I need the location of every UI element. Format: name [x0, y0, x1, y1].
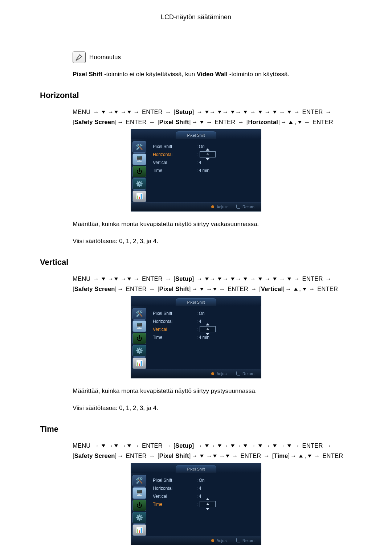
osd-icon-4: ⚙️ [132, 178, 146, 190]
osd-label: Vertical [153, 492, 196, 500]
osd-footer-label: Adjust [216, 205, 228, 209]
osd-row-pixelshift: Pixel Shift : On [153, 309, 256, 317]
nav-setup: Setup [175, 442, 192, 449]
osd-value: 4 [207, 502, 209, 506]
osd-footer-adjust: Adjust [211, 372, 228, 376]
osd-footer-return: Return [236, 372, 254, 376]
osd-footer-return: Return [236, 205, 254, 209]
osd-screenshot-vertical: Pixel Shift 🛠️ 🖥️ ⏻ ⚙️ 📊 Pixel Shift : O… [131, 296, 261, 378]
nav-enter: ENTER [228, 286, 248, 292]
osd-icon-4: ⚙️ [132, 512, 146, 524]
osd-value: 4 [207, 327, 209, 331]
note-suffix: -toiminto on käytössä. [228, 71, 289, 78]
osd-side-icons: 🛠️ 🖥️ ⏻ ⚙️ 📊 [131, 139, 148, 202]
nav-enter: ENTER [215, 119, 235, 125]
osd-label: Time [153, 500, 196, 508]
osd-footer-label: Adjust [216, 538, 228, 543]
nav-enter: ENTER [302, 275, 323, 282]
osd-footer-adjust: Adjust [211, 538, 228, 543]
nav-menu: MENU [73, 108, 90, 115]
nav-enter: ENTER [142, 442, 163, 449]
osd-value-box[interactable]: 4 [200, 326, 216, 332]
nav-enter: ENTER [142, 108, 163, 115]
horizontal-desc-1: Määrittää, kuinka monta kuvapistettä näy… [73, 219, 352, 229]
osd-value: : 4 [196, 317, 201, 325]
osd-icon-2: 🖥️ [132, 320, 146, 332]
osd-icon-2: 🖥️ [132, 487, 146, 499]
osd-value: : On [196, 309, 205, 317]
osd-footer-label: Return [242, 372, 254, 376]
vertical-desc-2: Viisi säätötasoa: 0, 1, 2, 3, ja 4. [73, 403, 352, 413]
nav-pixel: Pixel Shift [159, 286, 189, 292]
osd-icon-4: ⚙️ [132, 345, 146, 357]
nav-setup: Setup [175, 108, 192, 115]
osd-tab: Pixel Shift [176, 131, 216, 139]
osd-icon-1: 🛠️ [132, 308, 146, 320]
osd-label: Pixel Shift [153, 476, 196, 484]
nav-enter: ENTER [302, 108, 323, 115]
osd-row-vertical: Vertical : 4 [153, 159, 256, 167]
note-bold-1: Pixel Shift [73, 71, 102, 78]
nav-safety: Safety Screen [74, 286, 115, 292]
nav-enter: ENTER [313, 119, 333, 125]
page-title: LCD-näytön säätäminen [158, 13, 234, 21]
section-heading-vertical: Vertical [40, 258, 352, 267]
osd-icon-3: ⏻ [132, 166, 146, 177]
osd-icon-5: 📊 [132, 190, 146, 202]
osd-row-vertical: Vertical : 4 [153, 325, 256, 333]
osd-screenshot-horizontal: Pixel Shift 🛠️ 🖥️ ⏻ ⚙️ 📊 Pixel Shift : O… [131, 129, 261, 212]
osd-label: Pixel Shift [153, 309, 196, 317]
osd-value-box[interactable]: 4 [200, 151, 216, 157]
osd-value: : 4 min [196, 167, 209, 175]
osd-row-pixelshift: Pixel Shift : On [153, 476, 256, 484]
nav-target: Horizontal [248, 119, 278, 125]
osd-footer-label: Return [242, 205, 254, 209]
osd-icon-3: ⏻ [132, 333, 146, 344]
nav-safety: Safety Screen [74, 452, 115, 459]
osd-row-time: Time : 4 [153, 500, 256, 508]
osd-icon-2: 🖥️ [132, 153, 146, 165]
osd-label: Vertical [153, 159, 196, 167]
osd-side-icons: 🛠️ 🖥️ ⏻ ⚙️ 📊 [131, 473, 148, 536]
nav-enter: ENTER [240, 452, 261, 459]
osd-footer-return: Return [236, 538, 254, 543]
osd-label: Horizontal [153, 151, 196, 159]
osd-label: Time [153, 333, 196, 341]
header-rule [40, 22, 352, 22]
horizontal-desc-2: Viisi säätötasoa: 0, 1, 2, 3, ja 4. [73, 237, 352, 246]
nav-menu: MENU [73, 275, 90, 282]
note-mid: -toiminto ei ole käytettävissä, kun [102, 71, 197, 78]
osd-row-time: Time : 4 min [153, 333, 256, 341]
nav-path-horizontal: MENU → → → → ENTER → [Setup] → → → → → →… [73, 107, 352, 127]
osd-tab: Pixel Shift [176, 298, 216, 306]
osd-side-icons: 🛠️ 🖥️ ⏻ ⚙️ 📊 [131, 306, 148, 369]
nav-safety: Safety Screen [74, 119, 115, 125]
osd-icon-5: 📊 [132, 357, 146, 369]
osd-label: Vertical [153, 325, 196, 333]
section-heading-horizontal: Horizontal [40, 91, 352, 100]
nav-enter: ENTER [126, 286, 147, 292]
nav-setup: Setup [175, 275, 192, 282]
osd-value: : 4 [196, 484, 201, 492]
osd-value: 4 [207, 152, 209, 156]
osd-row-vertical: Vertical : 4 [153, 492, 256, 500]
nav-target: Time [274, 452, 288, 459]
nav-enter: ENTER [317, 286, 338, 292]
osd-footer-label: Adjust [216, 372, 228, 376]
osd-value: : On [196, 476, 205, 484]
vertical-desc-1: Määrittää, kuinka monta kuvapistettä näy… [73, 386, 352, 396]
osd-value: : On [196, 143, 205, 151]
note-bold-2: Video Wall [197, 71, 228, 78]
osd-label: Horizontal [153, 317, 196, 325]
osd-icon-1: 🛠️ [132, 141, 146, 153]
osd-icon-5: 📊 [132, 524, 146, 536]
nav-enter: ENTER [322, 452, 343, 459]
nav-enter: ENTER [302, 442, 323, 449]
osd-value: : 4 [196, 159, 201, 167]
osd-screenshot-time: Pixel Shift 🛠️ 🖥️ ⏻ ⚙️ 📊 Pixel Shift : O… [131, 463, 261, 545]
nav-menu: MENU [73, 442, 90, 449]
osd-tab: Pixel Shift [176, 465, 216, 473]
osd-value-box[interactable]: 4 [200, 501, 216, 507]
nav-pixel: Pixel Shift [159, 452, 189, 459]
osd-footer-label: Return [242, 538, 254, 543]
